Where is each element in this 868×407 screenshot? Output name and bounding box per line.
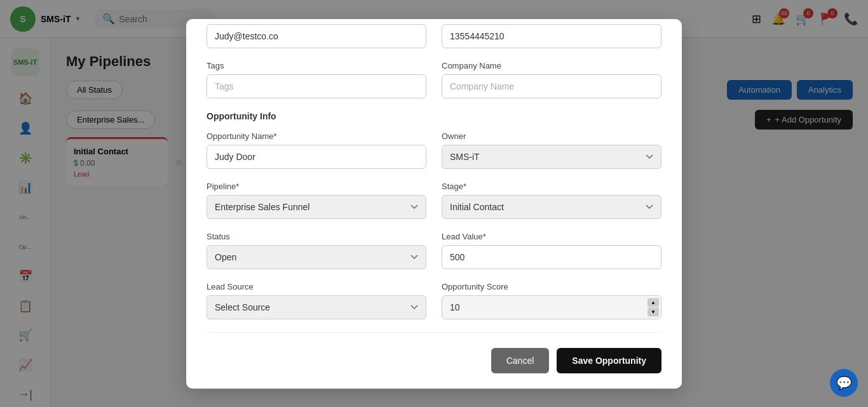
opp-name-owner-row: Opportunity Name* Owner SMS-iT xyxy=(186,131,682,169)
status-label: Status xyxy=(207,232,426,241)
stage-select[interactable]: Initial Contact xyxy=(442,195,661,219)
pipeline-select[interactable]: Enterprise Sales Funnel xyxy=(207,195,426,219)
add-opportunity-modal: Tags Company Name Opportunity Info Oppor… xyxy=(186,19,682,389)
modal-overlay[interactable]: Tags Company Name Opportunity Info Oppor… xyxy=(0,0,868,407)
lead-value-input[interactable] xyxy=(442,245,661,269)
stage-label: Stage* xyxy=(442,182,661,191)
status-leadvalue-row: Status Open Lead Value* xyxy=(186,232,682,269)
opp-name-group: Opportunity Name* xyxy=(207,131,426,169)
email-group xyxy=(207,24,426,48)
modal-footer: Cancel Save Opportunity xyxy=(186,348,682,373)
chat-button[interactable]: 💬 xyxy=(830,369,858,397)
owner-select[interactable]: SMS-iT xyxy=(442,145,661,169)
lead-source-label: Lead Source xyxy=(207,282,426,291)
phone-group xyxy=(442,24,661,48)
opp-score-label: Opportunity Score xyxy=(442,282,661,291)
company-name-label: Company Name xyxy=(442,61,661,70)
tags-label: Tags xyxy=(207,61,426,70)
modal-divider xyxy=(207,332,661,333)
lead-source-select[interactable]: Select Source xyxy=(207,295,426,319)
opp-score-input[interactable] xyxy=(442,295,661,319)
save-opportunity-button[interactable]: Save Opportunity xyxy=(557,348,661,373)
score-increment-button[interactable]: ▲ xyxy=(648,298,659,307)
status-select[interactable]: Open xyxy=(207,245,426,269)
opp-score-wrapper: ▲ ▼ xyxy=(442,295,661,319)
stage-group: Stage* Initial Contact xyxy=(442,182,661,219)
opp-name-input[interactable] xyxy=(207,145,426,169)
status-group: Status Open xyxy=(207,232,426,269)
lead-value-group: Lead Value* xyxy=(442,232,661,269)
tags-group: Tags xyxy=(207,61,426,98)
cancel-button[interactable]: Cancel xyxy=(491,348,550,373)
lead-source-group: Lead Source Select Source xyxy=(207,282,426,319)
top-fields-row xyxy=(186,19,682,48)
phone-field[interactable] xyxy=(442,24,661,48)
score-spinners: ▲ ▼ xyxy=(648,298,659,316)
score-decrement-button[interactable]: ▼ xyxy=(648,307,659,316)
company-name-input[interactable] xyxy=(442,74,661,98)
chat-icon: 💬 xyxy=(836,375,852,390)
leadsource-score-row: Lead Source Select Source Opportunity Sc… xyxy=(186,282,682,319)
lead-value-label: Lead Value* xyxy=(442,232,661,241)
pipeline-group: Pipeline* Enterprise Sales Funnel xyxy=(207,182,426,219)
opp-score-group: Opportunity Score ▲ ▼ xyxy=(442,282,661,319)
owner-group: Owner SMS-iT xyxy=(442,131,661,169)
owner-label: Owner xyxy=(442,131,661,141)
opp-name-label: Opportunity Name* xyxy=(207,131,426,141)
opportunity-info-label: Opportunity Info xyxy=(186,111,682,121)
tags-input[interactable] xyxy=(207,74,426,98)
pipeline-stage-row: Pipeline* Enterprise Sales Funnel Stage*… xyxy=(186,182,682,219)
email-field[interactable] xyxy=(207,24,426,48)
tags-company-row: Tags Company Name xyxy=(186,61,682,98)
pipeline-label: Pipeline* xyxy=(207,182,426,191)
company-name-group: Company Name xyxy=(442,61,661,98)
